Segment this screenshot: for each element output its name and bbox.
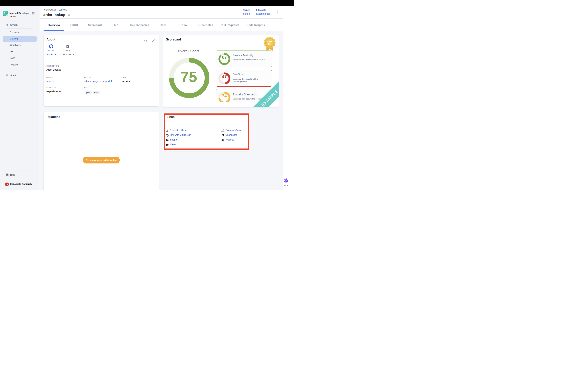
svg-text:Tier: Tier <box>268 43 271 45</box>
svg-text:Gold: Gold <box>267 40 272 42</box>
svg-text:?: ? <box>6 173 7 175</box>
